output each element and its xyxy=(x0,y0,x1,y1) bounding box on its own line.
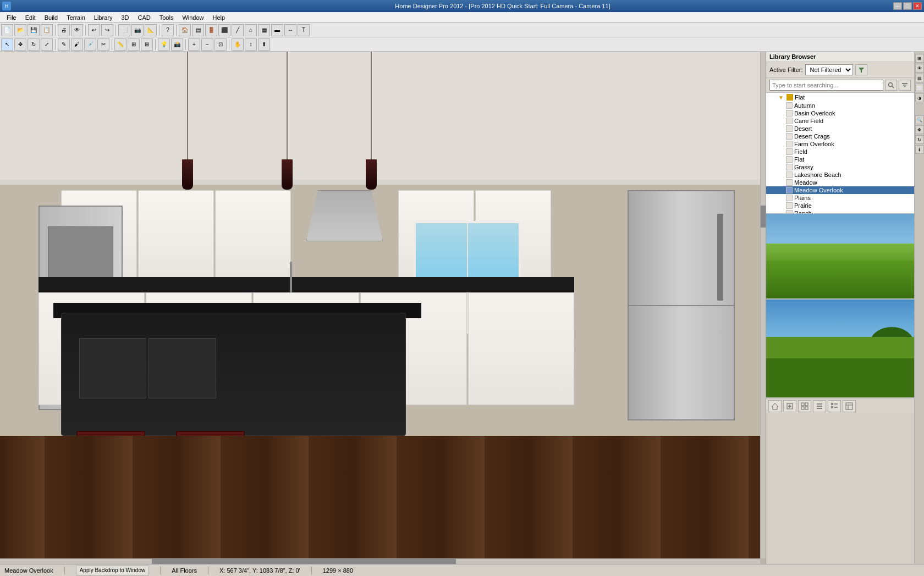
tree-item-cane-field[interactable]: Cane Field xyxy=(766,117,914,125)
roof-button[interactable]: ⌂ xyxy=(245,24,257,36)
dimension-button[interactable]: ↔ xyxy=(284,24,296,36)
edit-button[interactable]: ✎ xyxy=(58,38,70,51)
filter-select[interactable]: Not Filtered xyxy=(805,64,853,75)
tree-item-ranch[interactable]: Ranch xyxy=(766,209,914,214)
tape-button[interactable]: 📏 xyxy=(114,38,127,51)
tree-item-desert-crags[interactable]: Desert Crags xyxy=(766,132,914,140)
save-button[interactable]: 💾 xyxy=(28,24,40,36)
zoom-fit-button[interactable]: ⊡ xyxy=(215,38,227,51)
menu-terrain[interactable]: Terrain xyxy=(62,13,90,22)
lib-catalog-btn[interactable] xyxy=(843,400,856,412)
menu-tools[interactable]: Tools xyxy=(155,13,178,22)
vscrollbar-thumb[interactable] xyxy=(761,206,766,228)
select-button[interactable]: ↖ xyxy=(1,38,13,51)
layer-icon[interactable]: ▤ xyxy=(915,74,924,82)
grid-button[interactable]: ⊞ xyxy=(141,38,153,51)
menu-cad[interactable]: CAD xyxy=(133,13,155,22)
redo-button[interactable]: ↪ xyxy=(101,24,113,36)
menu-library[interactable]: Library xyxy=(90,13,117,22)
menu-file[interactable]: File xyxy=(2,13,21,22)
pan-button[interactable]: ✋ xyxy=(232,38,244,51)
menu-build[interactable]: Build xyxy=(40,13,62,22)
scale-button[interactable]: ⤢ xyxy=(41,38,53,51)
menu-3d[interactable]: 3D xyxy=(117,13,133,22)
viewport-vscrollbar[interactable] xyxy=(760,52,766,564)
text-button[interactable]: T xyxy=(298,24,310,36)
new-button[interactable]: 📄 xyxy=(1,24,13,36)
room-button[interactable]: 🏠 xyxy=(179,24,191,36)
apply-backdrop-button[interactable]: Apply Backdrop to Window xyxy=(76,566,150,575)
tree-item-lakeshore-beach[interactable]: Lakeshore Beach xyxy=(766,171,914,179)
tree-item-plains[interactable]: Plains xyxy=(766,194,914,202)
zoom-in-button[interactable]: + xyxy=(188,38,200,51)
close-button[interactable]: ✕ xyxy=(913,2,922,10)
object-icon[interactable]: ⬜ xyxy=(915,84,924,92)
save-as-button[interactable]: 📋 xyxy=(41,24,53,36)
eye-icon[interactable]: 👁 xyxy=(915,64,924,73)
tree-item-flat-folder[interactable]: ▼ Flat xyxy=(766,93,914,102)
menu-help[interactable]: Help xyxy=(208,13,230,22)
tree-item-basin-overlook[interactable]: Basin Overlook xyxy=(766,109,914,117)
viewport-hscrollbar[interactable] xyxy=(0,558,760,564)
elevation-button[interactable]: 📐 xyxy=(145,24,157,36)
open-button[interactable]: 📂 xyxy=(14,24,26,36)
plan-view-button[interactable]: ⬜ xyxy=(118,24,130,36)
lib-view-btn[interactable] xyxy=(768,400,782,412)
eyedropper-button[interactable]: 💉 xyxy=(84,38,96,51)
deck-button[interactable]: ▦ xyxy=(258,24,270,36)
delete-button[interactable]: ✂ xyxy=(97,38,109,51)
3d-viewport[interactable] xyxy=(0,52,766,564)
item-icon xyxy=(786,187,793,193)
lib-grid-btn[interactable] xyxy=(798,400,811,412)
menu-window[interactable]: Window xyxy=(178,13,208,22)
tree-item-farm-overlook[interactable]: Farm Overlook xyxy=(766,140,914,148)
tree-item-autumn[interactable]: Autumn xyxy=(766,102,914,109)
camera-button[interactable]: 📷 xyxy=(131,24,144,36)
lib-detail-btn[interactable] xyxy=(828,400,841,412)
resize-corner[interactable] xyxy=(760,558,766,564)
lib-list-btn[interactable] xyxy=(813,400,826,412)
material-icon[interactable]: ◑ xyxy=(915,93,924,102)
move-button[interactable]: ✥ xyxy=(14,38,26,51)
svg-marker-6 xyxy=(772,403,778,409)
info-icon[interactable]: ℹ xyxy=(915,145,924,154)
library-tree[interactable]: ▼ Flat Autumn Basin Overlook xyxy=(766,93,914,214)
walk-button[interactable]: ⬆ xyxy=(258,38,270,51)
tree-item-flat[interactable]: Flat xyxy=(766,156,914,163)
print-button[interactable]: 🖨 xyxy=(58,24,70,36)
zoom-icon[interactable]: 🔍 xyxy=(915,115,924,124)
print-preview-button[interactable]: 👁 xyxy=(71,24,83,36)
hscrollbar-thumb[interactable] xyxy=(152,559,456,564)
rotate-button[interactable]: ↻ xyxy=(28,38,40,51)
door-button[interactable]: 🚪 xyxy=(205,24,217,36)
tree-item-desert[interactable]: Desert xyxy=(766,125,914,132)
minimize-button[interactable]: ─ xyxy=(893,2,902,10)
stair-button[interactable]: ╱ xyxy=(232,24,244,36)
tree-item-field[interactable]: Field xyxy=(766,148,914,156)
search-button[interactable] xyxy=(885,80,897,91)
search-input[interactable] xyxy=(769,80,883,91)
tree-item-meadow[interactable]: Meadow xyxy=(766,179,914,186)
dimension2-button[interactable]: ⊞ xyxy=(128,38,140,51)
zoom-out-button[interactable]: − xyxy=(201,38,213,51)
orbit-button[interactable]: ↕ xyxy=(245,38,257,51)
foundation-button[interactable]: ▬ xyxy=(271,24,283,36)
tree-item-prairie[interactable]: Prairie xyxy=(766,202,914,209)
paint-button[interactable]: 🖌 xyxy=(71,38,83,51)
window-button[interactable]: ⬛ xyxy=(218,24,230,36)
wall-button[interactable]: ▤ xyxy=(192,24,204,36)
pan-view-icon[interactable]: ⊞ xyxy=(915,54,924,63)
menu-edit[interactable]: Edit xyxy=(21,13,40,22)
move-icon[interactable]: ✥ xyxy=(915,125,924,134)
light-button[interactable]: 💡 xyxy=(158,38,170,51)
camera2-button[interactable]: 📸 xyxy=(171,38,183,51)
search-options-button[interactable] xyxy=(899,80,911,91)
tree-item-grassy[interactable]: Grassy xyxy=(766,163,914,171)
help-button[interactable]: ? xyxy=(162,24,174,36)
undo-button[interactable]: ↩ xyxy=(88,24,100,36)
lib-add-btn[interactable] xyxy=(783,400,796,412)
filter-options-button[interactable] xyxy=(855,64,867,75)
tree-item-meadow-overlook[interactable]: Meadow Overlook xyxy=(766,186,914,194)
rotate-icon[interactable]: ↻ xyxy=(915,135,924,144)
maximize-button[interactable]: □ xyxy=(903,2,912,10)
